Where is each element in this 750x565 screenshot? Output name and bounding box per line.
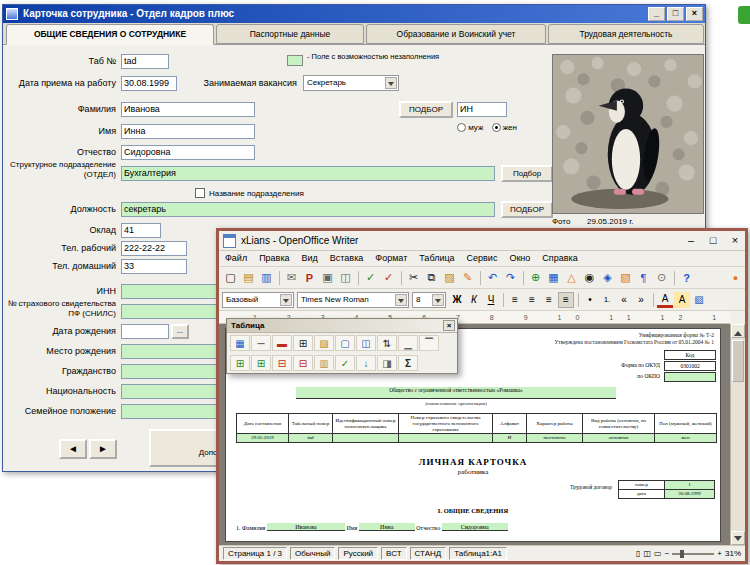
lastname-input[interactable]: Иванова bbox=[121, 102, 255, 117]
table-toolbar-titlebar[interactable]: Таблица × bbox=[227, 319, 457, 333]
view-single-page-icon[interactable]: ▯ bbox=[636, 549, 640, 558]
autoformat-icon[interactable]: ▥ bbox=[314, 355, 334, 371]
split-cells-icon[interactable]: ◫ bbox=[356, 335, 376, 351]
home-phone-input[interactable]: 33 bbox=[121, 259, 187, 274]
podbor-employee-button[interactable]: ПОДБОР bbox=[399, 101, 453, 118]
sort-icon[interactable]: ↓ bbox=[356, 355, 376, 371]
hr-minimize-button[interactable]: _ bbox=[648, 7, 665, 21]
vacancy-select[interactable]: Секретарь bbox=[303, 75, 399, 91]
menu-format[interactable]: Формат bbox=[369, 251, 413, 266]
numbered-list-icon[interactable]: 1. bbox=[599, 292, 615, 308]
zoom-icon[interactable]: ⊙ bbox=[653, 270, 670, 286]
insert-column-icon[interactable]: ⊞ bbox=[251, 355, 271, 371]
highlight-color-icon[interactable]: A bbox=[674, 292, 690, 308]
tab-passport-data[interactable]: Паспортные данные bbox=[216, 24, 364, 44]
insert-row-icon[interactable]: ⊞ bbox=[230, 355, 250, 371]
cut-icon[interactable]: ✂ bbox=[405, 270, 422, 286]
menu-view[interactable]: Вид bbox=[296, 251, 324, 266]
status-selection-mode[interactable]: СТАНД bbox=[410, 547, 447, 560]
scrollbar-thumb[interactable] bbox=[732, 340, 744, 382]
zoom-slider-thumb[interactable] bbox=[680, 550, 684, 558]
format-paintbrush-icon[interactable]: ✎ bbox=[459, 270, 476, 286]
t2-value-cell[interactable]: 29.05.2019 bbox=[237, 434, 289, 443]
table-properties-icon[interactable]: ✓ bbox=[335, 355, 355, 371]
save-icon[interactable]: ▥ bbox=[258, 270, 275, 286]
table-toolbar-close-icon[interactable]: × bbox=[443, 320, 455, 331]
status-language[interactable]: Русский bbox=[338, 547, 378, 560]
status-insert-mode[interactable]: ВСТ bbox=[381, 547, 406, 560]
email-icon[interactable]: ✉ bbox=[283, 270, 300, 286]
delete-column-icon[interactable]: ⊟ bbox=[293, 355, 313, 371]
bold-button[interactable]: Ж bbox=[449, 292, 465, 308]
print-preview-icon[interactable]: ◫ bbox=[337, 270, 354, 286]
t2-value-cell[interactable] bbox=[333, 434, 399, 443]
contract-date-value[interactable]: 30.08.1999 bbox=[665, 489, 715, 498]
view-book-icon[interactable]: ▭ bbox=[654, 549, 662, 558]
middlename-input[interactable]: Сидоровна bbox=[121, 145, 255, 160]
menu-table[interactable]: Таблица bbox=[413, 251, 460, 266]
background-color-icon[interactable]: ▨ bbox=[314, 335, 334, 351]
menu-tools[interactable]: Сервис bbox=[461, 251, 504, 266]
navigator-icon[interactable]: ◈ bbox=[599, 270, 616, 286]
writer-minimize-button[interactable]: – bbox=[681, 231, 701, 250]
merge-cells-icon[interactable]: ▢ bbox=[335, 335, 355, 351]
align-left-icon[interactable]: ≡ bbox=[507, 292, 523, 308]
status-page-style[interactable]: Обычный bbox=[290, 547, 335, 560]
print-icon[interactable]: ▣ bbox=[319, 270, 336, 286]
view-multi-page-icon[interactable]: ◫ bbox=[644, 549, 652, 558]
organization-name[interactable]: Общество с ограниченной ответственностью… bbox=[296, 387, 616, 399]
next-record-button[interactable]: ► bbox=[89, 439, 117, 459]
undo-icon[interactable]: ↶ bbox=[484, 270, 501, 286]
export-pdf-icon[interactable]: P bbox=[301, 270, 318, 286]
help-icon[interactable]: ? bbox=[678, 270, 695, 286]
chevron-down-icon[interactable] bbox=[280, 294, 292, 306]
menu-edit[interactable]: Правка bbox=[253, 251, 295, 266]
hyperlink-icon[interactable]: ⊕ bbox=[527, 270, 544, 286]
font-name-select[interactable]: Times New Roman bbox=[297, 292, 409, 308]
line-style-icon[interactable]: ─ bbox=[251, 335, 271, 351]
work-phone-input[interactable]: 222-22-22 bbox=[121, 241, 187, 256]
copy-icon[interactable]: ⧉ bbox=[423, 270, 440, 286]
scroll-down-button[interactable] bbox=[731, 531, 745, 545]
italic-button[interactable]: К bbox=[466, 292, 482, 308]
increase-indent-icon[interactable]: » bbox=[633, 292, 649, 308]
delete-row-icon[interactable]: ⊟ bbox=[272, 355, 292, 371]
firstname-input[interactable]: Инна bbox=[121, 124, 255, 139]
optimize-size-icon[interactable]: ⇅ bbox=[377, 335, 397, 351]
department-input[interactable]: Бухгалтерия bbox=[121, 166, 495, 181]
department-podbor-button[interactable]: Подбор bbox=[501, 165, 553, 182]
salary-input[interactable]: 41 bbox=[121, 223, 161, 238]
photo-label[interactable]: Фото bbox=[552, 217, 582, 227]
menu-insert[interactable]: Вставка bbox=[324, 251, 369, 266]
insert-table-icon[interactable]: ▦ bbox=[545, 270, 562, 286]
tab-general-info[interactable]: ОБЩИЕ СВЕДЕНИЯ О СОТРУДНИКЕ bbox=[6, 24, 214, 45]
patronymic-value[interactable]: Сидоровна bbox=[442, 523, 508, 531]
t2-value-cell[interactable] bbox=[399, 434, 493, 443]
menu-file[interactable]: Файл bbox=[219, 251, 253, 266]
hr-title-bar[interactable]: Карточка сотрудника - Отдел кадров плюс … bbox=[3, 5, 705, 23]
t2-value-cell[interactable]: И bbox=[493, 434, 527, 443]
fixed-columns-icon[interactable]: ◨ bbox=[377, 355, 397, 371]
birth-date-browse-button[interactable]: ... bbox=[171, 324, 189, 339]
spellcheck-icon[interactable]: ✓ bbox=[362, 270, 379, 286]
t2-value-cell[interactable]: постоянно bbox=[527, 434, 583, 443]
tab-work-activity[interactable]: Трудовая деятельность bbox=[548, 24, 704, 44]
line-color-icon[interactable]: ▬ bbox=[272, 335, 292, 351]
menu-help[interactable]: Справка bbox=[536, 251, 583, 266]
scroll-up-button[interactable] bbox=[731, 324, 745, 338]
background-color-icon[interactable]: ▧ bbox=[691, 292, 707, 308]
surname-value[interactable]: Иванова bbox=[267, 523, 345, 531]
align-top-icon[interactable]: ▔ bbox=[419, 335, 439, 351]
position-input[interactable]: секретарь bbox=[121, 202, 495, 217]
bullet-list-icon[interactable]: • bbox=[582, 292, 598, 308]
tab-education-military[interactable]: Образование и Воинский учет bbox=[366, 24, 546, 44]
sex-male-radio[interactable] bbox=[457, 123, 466, 132]
position-podbor-button[interactable]: ПОДБОР bbox=[501, 201, 553, 218]
align-justify-icon[interactable]: ≡ bbox=[558, 292, 574, 308]
zoom-slider[interactable] bbox=[672, 553, 714, 555]
open-icon[interactable]: ▤ bbox=[240, 270, 257, 286]
borders-icon[interactable]: ⊞ bbox=[293, 335, 313, 351]
font-size-select[interactable]: 8 bbox=[412, 292, 446, 308]
t2-value-cell[interactable]: основная bbox=[583, 434, 655, 443]
sum-icon[interactable]: Σ bbox=[398, 355, 418, 371]
